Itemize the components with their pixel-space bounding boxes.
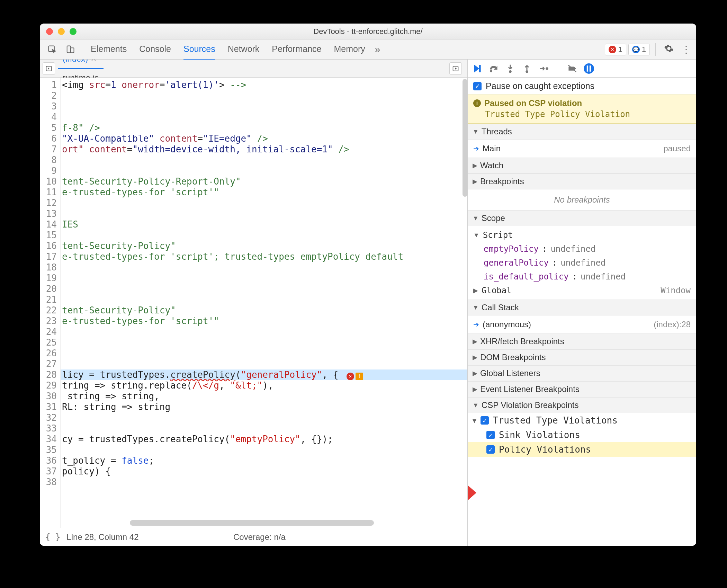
divider bbox=[83, 43, 83, 56]
tutorial-arrow-icon bbox=[468, 479, 478, 508]
svg-rect-10 bbox=[587, 65, 588, 72]
code-editor[interactable]: 1234567891011121314151617181920212223242… bbox=[40, 78, 467, 528]
close-window-button[interactable] bbox=[46, 28, 53, 35]
current-frame-icon: ➔ bbox=[473, 320, 479, 329]
resume-icon[interactable] bbox=[472, 63, 482, 74]
checkbox-icon[interactable]: ✓ bbox=[486, 431, 495, 439]
error-icon: ✕ bbox=[609, 46, 616, 53]
code-content: <img src=1 onerror='alert(1)'> --> f-8" … bbox=[61, 78, 467, 528]
sources-panel: (index)✕runtime.js 123456789101112131415… bbox=[40, 60, 468, 546]
titlebar: DevTools - tt-enforced.glitch.me/ bbox=[40, 24, 696, 39]
svg-rect-11 bbox=[590, 65, 591, 72]
step-icon[interactable] bbox=[538, 63, 549, 74]
watch-header[interactable]: ▶Watch bbox=[468, 158, 696, 173]
file-tabs: (index)✕runtime.js bbox=[40, 60, 467, 78]
cursor-position: Line 28, Column 42 bbox=[66, 532, 138, 542]
paused-banner: iPaused on CSP violation Trusted Type Po… bbox=[468, 95, 696, 124]
navigator-toggle-icon[interactable] bbox=[43, 62, 55, 75]
file-tab[interactable]: (index)✕ bbox=[58, 60, 104, 69]
panel-tabs: ElementsConsoleSourcesNetworkPerformance… bbox=[91, 39, 365, 60]
csp-bp-item[interactable]: ✓Policy Violations bbox=[468, 442, 696, 457]
devtools-window: DevTools - tt-enforced.glitch.me/ Elemen… bbox=[40, 24, 696, 546]
tab-network[interactable]: Network bbox=[228, 39, 260, 60]
tab-sources[interactable]: Sources bbox=[183, 39, 215, 60]
pause-exceptions-icon[interactable] bbox=[584, 63, 594, 74]
coverage-label: Coverage: n/a bbox=[233, 532, 462, 542]
more-panels-button[interactable]: » bbox=[375, 44, 380, 55]
step-over-icon[interactable] bbox=[488, 63, 499, 74]
scope-variable[interactable]: emptyPolicy: undefined bbox=[483, 242, 691, 256]
xhr-bp-header[interactable]: ▶XHR/fetch Breakpoints bbox=[468, 333, 696, 349]
csp-bp-item[interactable]: ✓Sink Violations bbox=[468, 428, 696, 442]
scope-variable[interactable]: generalPolicy: undefined bbox=[483, 256, 691, 270]
global-listeners-header[interactable]: ▶Global Listeners bbox=[468, 365, 696, 381]
scope-variable[interactable]: is_default_policy: undefined bbox=[483, 270, 691, 284]
debugger-panel: ✓ Pause on caught exceptions iPaused on … bbox=[468, 60, 696, 546]
tab-performance[interactable]: Performance bbox=[272, 39, 321, 60]
settings-icon[interactable] bbox=[661, 41, 676, 58]
svg-point-7 bbox=[509, 70, 511, 72]
checkbox-icon[interactable]: ✓ bbox=[481, 416, 489, 425]
error-count: 1 bbox=[618, 45, 622, 54]
current-thread-icon: ➔ bbox=[473, 144, 479, 153]
scope-header[interactable]: ▼Scope bbox=[468, 210, 696, 226]
inspect-element-icon[interactable] bbox=[43, 39, 61, 59]
callstack-frame[interactable]: ➔ (anonymous) (index):28 bbox=[473, 318, 691, 331]
no-breakpoints: No breakpoints bbox=[473, 191, 691, 208]
breakpoints-header[interactable]: ▶Breakpoints bbox=[468, 173, 696, 189]
vertical-scrollbar[interactable] bbox=[463, 79, 467, 197]
scope-script[interactable]: ▼Script bbox=[473, 228, 691, 242]
editor-status-bar: { } Line 28, Column 42 Coverage: n/a bbox=[40, 528, 467, 546]
pretty-print-icon[interactable]: { } bbox=[45, 532, 60, 542]
csp-bp-header[interactable]: ▼CSP Violation Breakpoints bbox=[468, 397, 696, 413]
close-tab-icon[interactable]: ✕ bbox=[91, 60, 97, 63]
checkbox-icon[interactable]: ✓ bbox=[486, 445, 495, 454]
checkbox-icon[interactable]: ✓ bbox=[473, 82, 482, 90]
paused-title: Paused on CSP violation bbox=[484, 98, 582, 108]
maximize-window-button[interactable] bbox=[70, 28, 77, 35]
line-gutter: 1234567891011121314151617181920212223242… bbox=[40, 78, 61, 528]
svg-point-6 bbox=[490, 70, 492, 72]
thread-main[interactable]: ➔ Main paused bbox=[473, 142, 691, 155]
errors-indicator[interactable]: ✕ 1 bbox=[605, 44, 626, 55]
paused-subtitle: Trusted Type Policy Violation bbox=[485, 109, 691, 119]
divider bbox=[655, 43, 656, 56]
step-out-icon[interactable] bbox=[522, 63, 532, 74]
dom-bp-header[interactable]: ▶DOM Breakpoints bbox=[468, 349, 696, 365]
step-into-icon[interactable] bbox=[505, 63, 515, 74]
kebab-menu-icon[interactable]: ⋮ bbox=[679, 41, 693, 58]
horizontal-scrollbar[interactable] bbox=[130, 520, 374, 526]
window-title: DevTools - tt-enforced.glitch.me/ bbox=[313, 27, 422, 36]
debug-toolbar bbox=[468, 60, 696, 78]
csp-bp-item[interactable]: ▼✓Trusted Type Violations bbox=[468, 413, 696, 428]
event-bp-header[interactable]: ▶Event Listener Breakpoints bbox=[468, 381, 696, 397]
main-toolbar: ElementsConsoleSourcesNetworkPerformance… bbox=[40, 39, 696, 60]
scope-global[interactable]: ▶GlobalWindow bbox=[473, 284, 691, 297]
tab-memory[interactable]: Memory bbox=[334, 39, 365, 60]
info-icon: i bbox=[473, 99, 481, 107]
svg-rect-2 bbox=[71, 48, 74, 53]
minimize-window-button[interactable] bbox=[58, 28, 65, 35]
message-icon: 💬 bbox=[632, 46, 640, 53]
svg-point-9 bbox=[546, 67, 548, 69]
callstack-header[interactable]: ▼Call Stack bbox=[468, 300, 696, 315]
svg-rect-5 bbox=[479, 65, 481, 72]
tab-console[interactable]: Console bbox=[139, 39, 171, 60]
message-count: 1 bbox=[642, 45, 646, 54]
svg-rect-1 bbox=[67, 46, 71, 53]
messages-indicator[interactable]: 💬 1 bbox=[628, 44, 650, 55]
threads-header[interactable]: ▼Threads bbox=[468, 124, 696, 140]
pause-exceptions-label: Pause on caught exceptions bbox=[486, 81, 594, 91]
tab-elements[interactable]: Elements bbox=[91, 39, 127, 60]
deactivate-bp-icon[interactable] bbox=[567, 63, 577, 74]
run-snippet-icon[interactable] bbox=[449, 62, 462, 75]
device-toggle-icon[interactable] bbox=[61, 39, 79, 59]
pause-on-exceptions-row[interactable]: ✓ Pause on caught exceptions bbox=[468, 78, 696, 95]
svg-point-8 bbox=[526, 70, 528, 72]
traffic-lights bbox=[46, 28, 77, 35]
